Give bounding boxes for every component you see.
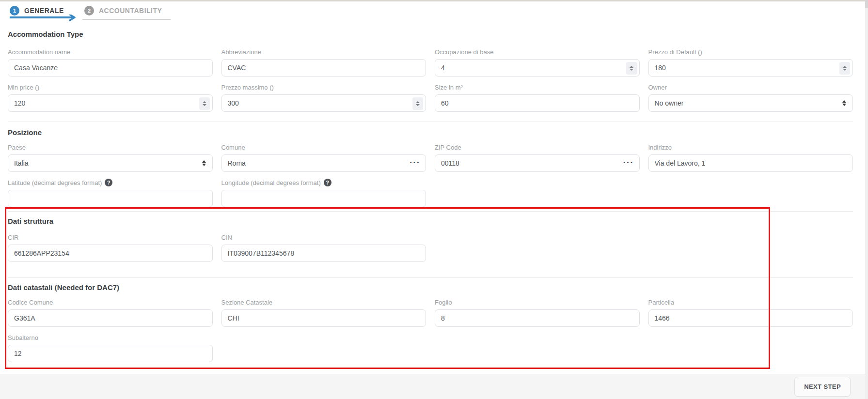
occupazione-di-base-label: Occupazione di base — [435, 48, 493, 56]
vertical-scrollbar[interactable] — [865, 0, 868, 399]
comune-lookup-ellipsis-icon[interactable]: ··· — [410, 158, 420, 167]
foglio-label: Foglio — [435, 299, 452, 306]
cir-label: CIR — [8, 234, 18, 241]
owner-label: Owner — [648, 84, 667, 91]
particella-input[interactable] — [655, 310, 847, 326]
sezione-catastale-input[interactable] — [228, 310, 420, 326]
field-sezione-catastale: Sezione Catastale — [221, 298, 426, 327]
longitude-label: Longitude (decimal degrees format) — [221, 179, 321, 186]
section-divider — [8, 211, 853, 212]
zip-input[interactable] — [441, 155, 633, 171]
next-step-button[interactable]: NEXT STEP — [794, 377, 851, 397]
cin-input[interactable] — [228, 245, 420, 261]
zip-label: ZIP Code — [435, 144, 461, 151]
step1-badge: 1 — [10, 6, 19, 15]
abbreviazione-label: Abbreviazione — [221, 48, 261, 56]
wizard-tabs: 1 GENERALE 2 ACCOUNTABILITY — [10, 5, 853, 22]
accommodation-form-page: 1 GENERALE 2 ACCOUNTABILITY Accommodatio… — [0, 0, 868, 399]
sezione-catastale-label: Sezione Catastale — [221, 299, 273, 306]
latitude-label: Latitude (decimal degrees format) — [8, 179, 102, 186]
select-arrows-icon — [202, 155, 206, 171]
number-spinner[interactable] — [626, 62, 637, 75]
owner-select[interactable]: No owner — [648, 94, 853, 112]
paese-selected-value: Italia — [14, 159, 29, 167]
comune-label: Comune — [221, 144, 245, 151]
number-spinner[interactable] — [199, 97, 210, 110]
owner-selected-value: No owner — [655, 99, 684, 107]
field-latitude: Latitude (decimal degrees format) ? — [8, 179, 213, 207]
tab-accountability[interactable]: 2 ACCOUNTABILITY — [80, 5, 171, 22]
section-title-accommodation-type: Accommodation Type — [8, 30, 853, 38]
spinner-down-icon[interactable] — [630, 69, 633, 71]
cir-input[interactable] — [14, 245, 206, 261]
latitude-help-icon[interactable]: ? — [105, 179, 112, 186]
active-tab-arrow-icon — [10, 15, 80, 22]
field-zip: ZIP Code ··· — [435, 143, 640, 172]
field-accommodation-name: Accommodation name — [8, 48, 213, 77]
inactive-tab-underline — [82, 19, 171, 20]
step2-badge: 2 — [84, 6, 94, 15]
comune-input[interactable] — [228, 155, 420, 171]
zip-lookup-ellipsis-icon[interactable]: ··· — [623, 158, 634, 167]
spinner-down-icon[interactable] — [843, 69, 847, 71]
field-codice-comune: Codice Comune — [8, 298, 213, 327]
spinner-down-icon[interactable] — [416, 104, 420, 106]
section-title-dati-catastali: Dati catastali (Needed for DAC7) — [8, 283, 853, 292]
field-min-price: Min price () — [8, 83, 213, 112]
field-paese: Paese Italia — [8, 143, 213, 172]
accommodation-name-label: Accommodation name — [8, 48, 70, 56]
accommodation-name-input[interactable] — [14, 60, 206, 76]
field-occupazione-di-base: Occupazione di base — [435, 48, 640, 77]
indirizzo-input[interactable] — [655, 155, 847, 171]
scrollbar-top-button[interactable] — [865, 0, 868, 8]
size-input[interactable] — [441, 95, 633, 111]
indirizzo-label: Indirizzo — [648, 144, 672, 151]
field-owner: Owner No owner — [648, 83, 853, 112]
prezzo-default-label: Prezzo di Default () — [648, 48, 702, 56]
number-spinner[interactable] — [839, 62, 850, 75]
field-prezzo-default: Prezzo di Default () — [648, 48, 853, 77]
spinner-up-icon[interactable] — [203, 101, 206, 103]
spinner-up-icon[interactable] — [630, 66, 633, 68]
prezzo-massimo-label: Prezzo massimo () — [221, 84, 274, 91]
spinner-down-icon[interactable] — [203, 104, 206, 106]
field-particella: Particella — [648, 298, 853, 327]
codice-comune-input[interactable] — [14, 310, 206, 326]
cin-label: CIN — [221, 234, 232, 241]
number-spinner[interactable] — [412, 97, 423, 110]
footer-bar: NEXT STEP — [0, 374, 865, 399]
subalterno-label: Subalterno — [8, 334, 38, 341]
longitude-input[interactable] — [228, 190, 420, 207]
spinner-up-icon[interactable] — [416, 101, 420, 103]
abbreviazione-input[interactable] — [228, 60, 420, 76]
foglio-input[interactable] — [441, 310, 633, 326]
section-divider — [8, 122, 853, 122]
size-label: Size in m² — [435, 84, 463, 91]
field-indirizzo: Indirizzo — [648, 143, 853, 172]
min-price-label: Min price () — [8, 84, 39, 91]
field-size: Size in m² — [435, 83, 640, 112]
subalterno-input[interactable] — [14, 345, 206, 362]
section-title-dati-struttura: Dati struttura — [8, 217, 853, 225]
section-divider — [8, 277, 853, 278]
codice-comune-label: Codice Comune — [8, 299, 53, 306]
field-prezzo-massimo: Prezzo massimo () — [221, 83, 426, 112]
min-price-input[interactable] — [14, 95, 206, 111]
prezzo-default-input[interactable] — [655, 60, 847, 76]
prezzo-massimo-input[interactable] — [228, 95, 420, 111]
longitude-help-icon[interactable]: ? — [324, 179, 331, 186]
spinner-up-icon[interactable] — [843, 66, 847, 68]
form-content: 1 GENERALE 2 ACCOUNTABILITY Accommodatio… — [0, 0, 868, 362]
latitude-input[interactable] — [14, 190, 206, 207]
tab-generale-label: GENERALE — [24, 7, 64, 15]
paese-select[interactable]: Italia — [8, 154, 213, 172]
field-abbreviazione: Abbreviazione — [221, 48, 426, 77]
field-longitude: Longitude (decimal degrees format) ? — [221, 179, 426, 207]
field-cin: CIN — [221, 233, 426, 262]
field-foglio: Foglio — [435, 298, 640, 327]
tab-generale[interactable]: 1 GENERALE — [10, 5, 80, 22]
field-cir: CIR — [8, 233, 213, 262]
particella-label: Particella — [648, 299, 674, 306]
tab-accountability-label: ACCOUNTABILITY — [99, 7, 162, 15]
occupazione-di-base-input[interactable] — [441, 60, 633, 76]
